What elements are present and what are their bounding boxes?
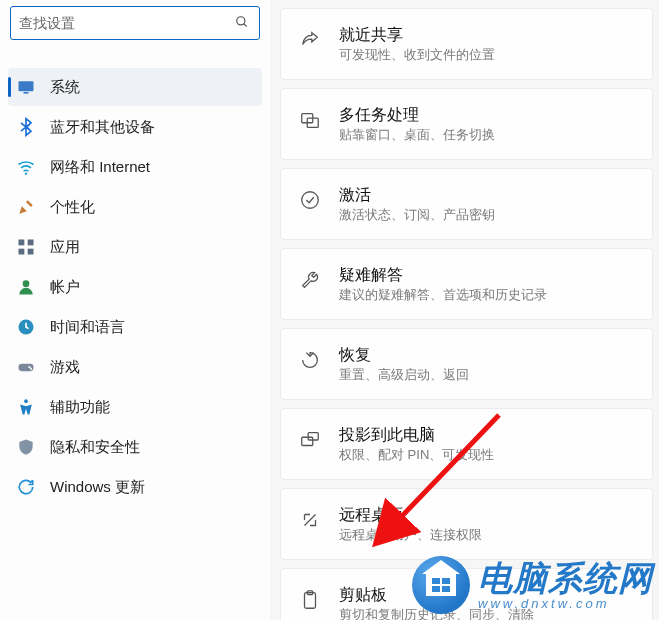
sidebar-item-label: Windows 更新 <box>50 478 145 497</box>
settings-sidebar: 系统蓝牙和其他设备网络和 Internet个性化应用帐户时间和语言游戏辅助功能隐… <box>0 0 270 620</box>
account-icon <box>16 277 36 297</box>
project-icon <box>297 427 323 453</box>
svg-point-13 <box>30 368 32 370</box>
sidebar-item-gaming[interactable]: 游戏 <box>8 348 262 386</box>
bluetooth-icon <box>16 117 36 137</box>
recovery-icon <box>297 347 323 373</box>
sidebar-item-label: 应用 <box>50 238 80 257</box>
card-title: 恢复 <box>339 345 634 364</box>
card-title: 投影到此电脑 <box>339 425 634 444</box>
sidebar-item-apps[interactable]: 应用 <box>8 228 262 266</box>
card-title: 疑难解答 <box>339 265 634 284</box>
sidebar-item-label: 个性化 <box>50 198 95 217</box>
sidebar-item-bluetooth[interactable]: 蓝牙和其他设备 <box>8 108 262 146</box>
settings-card-project[interactable]: 投影到此电脑权限、配对 PIN、可发现性 <box>280 408 653 480</box>
settings-card-recovery[interactable]: 恢复重置、高级启动、返回 <box>280 328 653 400</box>
sidebar-item-label: 隐私和安全性 <box>50 438 140 457</box>
card-description: 远程桌面用户、连接权限 <box>339 527 634 543</box>
svg-rect-2 <box>19 81 34 91</box>
sidebar-item-account[interactable]: 帐户 <box>8 268 262 306</box>
sidebar-item-label: 蓝牙和其他设备 <box>50 118 155 137</box>
sidebar-item-personalize[interactable]: 个性化 <box>8 188 262 226</box>
card-description: 建议的疑难解答、首选项和历史记录 <box>339 287 634 303</box>
svg-point-12 <box>28 366 30 368</box>
svg-point-4 <box>25 173 27 175</box>
card-title: 多任务处理 <box>339 105 634 124</box>
svg-line-1 <box>244 23 247 26</box>
svg-rect-18 <box>302 437 313 445</box>
svg-rect-5 <box>19 240 25 246</box>
svg-point-14 <box>24 399 28 403</box>
card-description: 剪切和复制历史记录、同步、清除 <box>339 607 634 620</box>
search-icon <box>235 15 249 32</box>
svg-point-17 <box>302 192 319 209</box>
card-description: 可发现性、收到文件的位置 <box>339 47 634 63</box>
remote-icon <box>297 507 323 533</box>
card-description: 权限、配对 PIN、可发现性 <box>339 447 634 463</box>
update-icon <box>16 477 36 497</box>
settings-card-clipboard[interactable]: 剪贴板剪切和复制历史记录、同步、清除 <box>280 568 653 620</box>
settings-card-activation[interactable]: 激活激活状态、订阅、产品密钥 <box>280 168 653 240</box>
share-icon <box>297 27 323 53</box>
time-icon <box>16 317 36 337</box>
settings-card-troubleshoot[interactable]: 疑难解答建议的疑难解答、首选项和历史记录 <box>280 248 653 320</box>
system-icon <box>16 77 36 97</box>
privacy-icon <box>16 437 36 457</box>
sidebar-item-label: 网络和 Internet <box>50 158 150 177</box>
accessibility-icon <box>16 397 36 417</box>
card-description: 激活状态、订阅、产品密钥 <box>339 207 634 223</box>
settings-content: 就近共享可发现性、收到文件的位置多任务处理贴靠窗口、桌面、任务切换激活激活状态、… <box>270 0 659 620</box>
sidebar-item-accessibility[interactable]: 辅助功能 <box>8 388 262 426</box>
settings-card-multitask[interactable]: 多任务处理贴靠窗口、桌面、任务切换 <box>280 88 653 160</box>
sidebar-item-label: 时间和语言 <box>50 318 125 337</box>
sidebar-item-label: 系统 <box>50 78 80 97</box>
sidebar-item-update[interactable]: Windows 更新 <box>8 468 262 506</box>
svg-point-9 <box>23 280 30 287</box>
sidebar-item-system[interactable]: 系统 <box>8 68 262 106</box>
svg-rect-7 <box>19 249 25 255</box>
svg-rect-6 <box>28 240 34 246</box>
card-title: 就近共享 <box>339 25 634 44</box>
nav-list: 系统蓝牙和其他设备网络和 Internet个性化应用帐户时间和语言游戏辅助功能隐… <box>8 68 262 506</box>
card-title: 激活 <box>339 185 634 204</box>
clipboard-icon <box>297 587 323 613</box>
wifi-icon <box>16 157 36 177</box>
sidebar-item-label: 辅助功能 <box>50 398 110 417</box>
activation-icon <box>297 187 323 213</box>
svg-point-0 <box>237 16 245 24</box>
sidebar-item-label: 游戏 <box>50 358 80 377</box>
apps-icon <box>16 237 36 257</box>
sidebar-item-time[interactable]: 时间和语言 <box>8 308 262 346</box>
svg-rect-3 <box>24 92 29 94</box>
card-title: 远程桌面 <box>339 505 634 524</box>
gaming-icon <box>16 357 36 377</box>
search-box[interactable] <box>10 6 260 40</box>
settings-card-remote[interactable]: 远程桌面远程桌面用户、连接权限 <box>280 488 653 560</box>
settings-card-share[interactable]: 就近共享可发现性、收到文件的位置 <box>280 8 653 80</box>
sidebar-item-label: 帐户 <box>50 278 80 297</box>
sidebar-item-wifi[interactable]: 网络和 Internet <box>8 148 262 186</box>
svg-rect-8 <box>28 249 34 255</box>
svg-rect-11 <box>19 364 34 372</box>
card-title: 剪贴板 <box>339 585 634 604</box>
troubleshoot-icon <box>297 267 323 293</box>
card-description: 贴靠窗口、桌面、任务切换 <box>339 127 634 143</box>
personalize-icon <box>16 197 36 217</box>
search-input[interactable] <box>19 15 235 31</box>
sidebar-item-privacy[interactable]: 隐私和安全性 <box>8 428 262 466</box>
card-description: 重置、高级启动、返回 <box>339 367 634 383</box>
multitask-icon <box>297 107 323 133</box>
